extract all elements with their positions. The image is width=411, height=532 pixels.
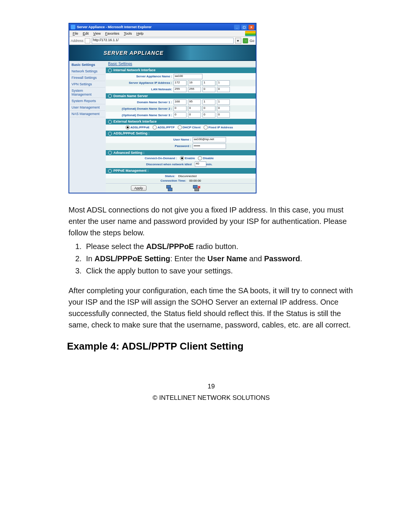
go-button[interactable]: → xyxy=(243,38,248,43)
dns1-oct-2[interactable]: 95 xyxy=(188,99,201,105)
netmask-oct-3[interactable]: 0 xyxy=(202,87,215,92)
appliance-ip-label: Server Appliance IP Address : xyxy=(107,81,172,85)
dns1-oct-3[interactable]: 1 xyxy=(202,99,215,105)
ip-oct-1[interactable]: 172 xyxy=(174,80,186,86)
netmask-label: LAN Netmask: xyxy=(107,88,172,91)
username-label: User Name : xyxy=(107,138,191,141)
page-icon xyxy=(85,38,90,43)
gear-icon xyxy=(108,94,112,98)
connection-time-value: 00:00:00 xyxy=(189,179,201,182)
paragraph-followup: After completing your configuration, eac… xyxy=(68,285,354,331)
dns1-oct-4[interactable]: 1 xyxy=(217,99,230,105)
netmask-oct-4[interactable]: 0 xyxy=(217,87,230,92)
username-input[interactable]: sa100@isp.net xyxy=(193,137,226,142)
menu-tools[interactable]: Tools xyxy=(122,32,134,35)
section-dns: Domain Name Server xyxy=(106,93,256,99)
sidebar-item-system-management[interactable]: System Management xyxy=(70,88,105,98)
netmask-oct-2[interactable]: 255 xyxy=(188,87,201,92)
address-label: Address xyxy=(71,39,83,43)
footer-org: © INTELLINET NETWORK SOLUTIONS xyxy=(68,394,354,402)
banner: SERVER APPLIANCE xyxy=(69,45,256,61)
section-external-network: External Network Interface xyxy=(106,118,256,125)
gear-icon xyxy=(108,169,112,173)
step-1: Please select the ADSL/PPPoE radio butto… xyxy=(84,241,354,252)
menubar: File Edit View Favorites Tools Help xyxy=(69,30,256,37)
sidebar-item-basic-settings[interactable]: Basic Settings xyxy=(70,62,105,68)
radio-adsl-pppoe[interactable] xyxy=(126,125,130,129)
ip-oct-2[interactable]: 16 xyxy=(188,80,201,86)
radio-cod-disable[interactable] xyxy=(198,156,202,160)
heading-example-4: Example 4: ADSL/PPTP Client Setting xyxy=(67,340,354,352)
menu-file[interactable]: File xyxy=(71,32,80,35)
idle-input[interactable]: 40 xyxy=(195,161,206,167)
dns2-label: (Optional) Domain Name Server 2 : xyxy=(107,107,172,110)
status-value: Disconnected xyxy=(178,174,196,178)
url-dropdown[interactable]: ▾ xyxy=(235,38,241,44)
idle-label-pre: Disconnect when network idled xyxy=(146,163,192,166)
dns2-oct-1[interactable]: 0 xyxy=(174,106,186,111)
close-button[interactable]: X xyxy=(249,25,254,30)
radio-cod-enable[interactable] xyxy=(180,156,184,160)
sidebar-item-network-settings[interactable]: Network Settings xyxy=(70,68,105,75)
sidebar-item-vpn-settings[interactable]: VPN Settings xyxy=(70,81,105,88)
url-field[interactable]: http://172.16.1.1/ xyxy=(92,38,234,44)
apply-bar: Apply ✖ xyxy=(106,183,256,193)
netmask-oct-1[interactable]: 255 xyxy=(174,87,186,92)
gear-icon xyxy=(108,151,112,155)
page-number: 19 xyxy=(68,383,354,390)
dns3-oct-4[interactable]: 0 xyxy=(217,112,230,118)
step-2: In ADSL/PPPoE Setting: Enter the User Na… xyxy=(84,253,354,264)
radio-adsl-pptp[interactable] xyxy=(153,125,157,129)
sidebar: Basic Settings Network Settings Firewall… xyxy=(69,61,106,193)
gear-icon xyxy=(108,69,112,72)
idle-label-post: min. xyxy=(206,163,212,166)
appliance-name-label: Server Appliance Name : xyxy=(107,75,172,78)
maximize-button[interactable]: ▢ xyxy=(241,25,247,30)
radio-fixed-ip[interactable] xyxy=(204,125,208,129)
dns2-oct-3[interactable]: 0 xyxy=(202,106,215,111)
titlebar: Server Appliance - Microsoft Internet Ex… xyxy=(69,24,256,30)
connect-icon[interactable] xyxy=(166,185,173,191)
dns3-oct-1[interactable]: 0 xyxy=(174,112,186,118)
apply-button[interactable]: Apply xyxy=(131,185,147,191)
sidebar-item-firewall-settings[interactable]: Firewall Settings xyxy=(70,75,105,81)
radio-dhcp-client[interactable] xyxy=(178,125,182,129)
menu-help[interactable]: Help xyxy=(134,32,145,35)
paragraph-intro: Most ADSL connections do not give you a … xyxy=(68,204,354,238)
dns1-oct-1[interactable]: 168 xyxy=(174,99,186,105)
menu-edit[interactable]: Edit xyxy=(81,32,91,35)
connection-time-label: Connection Time: xyxy=(161,179,186,182)
section-advanced: Advanced Setting : xyxy=(106,150,256,156)
section-pppoe-setting: ADSL/PPPoE Setting : xyxy=(106,130,256,137)
password-label: Password : xyxy=(107,144,191,148)
gear-icon xyxy=(108,120,112,124)
windows-flag-icon xyxy=(245,31,256,36)
ip-oct-3[interactable]: 1 xyxy=(202,80,215,86)
menu-favorites[interactable]: Favorites xyxy=(103,32,121,35)
status-label: Status: xyxy=(165,174,175,178)
tab-basic-settings[interactable]: Basic Settings xyxy=(106,61,256,67)
menu-view[interactable]: View xyxy=(91,32,102,35)
section-internal-network: Internal Network Interface xyxy=(106,67,256,73)
password-input[interactable]: •••••• xyxy=(193,144,226,149)
document-body: Most ADSL connections do not give you a … xyxy=(68,204,354,331)
minimize-button[interactable]: _ xyxy=(234,25,240,30)
disconnect-icon[interactable]: ✖ xyxy=(192,185,200,191)
dns3-label: (Optional) Domain Name Server 3 : xyxy=(107,113,172,117)
page-footer: 19 © INTELLINET NETWORK SOLUTIONS xyxy=(68,383,354,402)
screenshot-browser-window: Server Appliance - Microsoft Internet Ex… xyxy=(68,23,256,193)
dns1-label: Domain Name Server 1 : xyxy=(107,101,172,104)
dns2-oct-4[interactable]: 0 xyxy=(217,106,230,111)
dns2-oct-2[interactable]: 0 xyxy=(188,106,201,111)
dns3-oct-3[interactable]: 0 xyxy=(202,112,215,118)
go-label: Go xyxy=(250,39,254,43)
banner-title: SERVER APPLIANCE xyxy=(104,50,164,56)
sidebar-item-user-management[interactable]: User Management xyxy=(70,104,105,111)
address-bar: Address http://172.16.1.1/ ▾ → Go xyxy=(69,37,256,45)
content-panel: Basic Settings Internal Network Interfac… xyxy=(106,61,256,193)
sidebar-item-system-reports[interactable]: System Reports xyxy=(70,98,105,104)
dns3-oct-2[interactable]: 0 xyxy=(188,112,201,118)
appliance-name-input[interactable]: sa100 xyxy=(174,74,202,79)
sidebar-item-nas-management[interactable]: NAS Management xyxy=(70,111,105,117)
ip-oct-4[interactable]: 1 xyxy=(217,80,230,86)
